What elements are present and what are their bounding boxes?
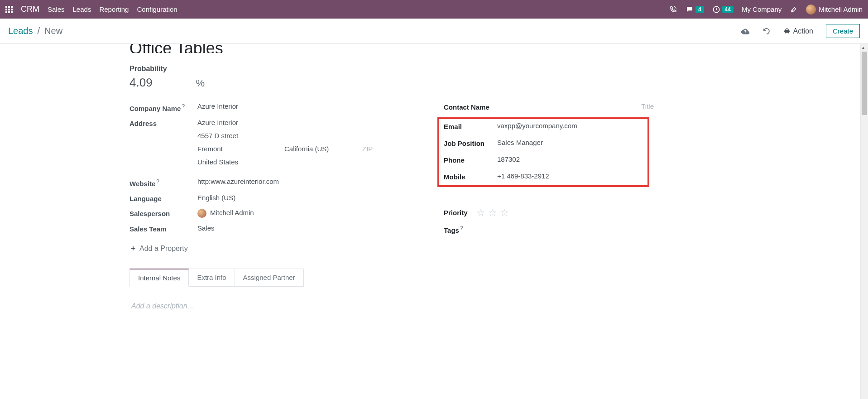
activities-icon[interactable]: 44: [712, 5, 734, 14]
nav-configuration[interactable]: Configuration: [137, 5, 177, 13]
messages-icon[interactable]: 4: [686, 5, 704, 14]
description-field[interactable]: Add a description...: [129, 302, 731, 310]
phone-field[interactable]: 187302: [497, 155, 643, 163]
address-street[interactable]: Azure Interior: [197, 119, 417, 126]
messages-badge: 4: [695, 6, 704, 13]
star-3[interactable]: ☆: [500, 208, 509, 218]
mobile-field[interactable]: +1 469-833-2912: [497, 172, 643, 180]
probability-label: Probability: [129, 65, 731, 73]
highlight-box: Email vaxpp@yourcompany.com Job Position…: [437, 117, 649, 187]
create-button[interactable]: Create: [826, 24, 860, 38]
priority-stars[interactable]: ☆ ☆ ☆: [476, 208, 509, 218]
company-switcher[interactable]: My Company: [742, 5, 782, 13]
save-cloud-icon[interactable]: [741, 27, 750, 36]
job-position-field[interactable]: Sales Manager: [497, 139, 643, 146]
scrollbar[interactable]: ▴: [860, 44, 868, 399]
breadcrumb-sep: /: [38, 26, 40, 36]
salesperson-label: Salesperson: [129, 209, 197, 217]
help-icon[interactable]: ?: [182, 103, 185, 110]
left-column: Company Name? Azure Interior Address Azu…: [129, 102, 417, 253]
action-menu[interactable]: Action: [783, 27, 813, 35]
percent-sign: %: [196, 77, 205, 89]
company-name-label: Company Name?: [129, 102, 197, 112]
language-label: Language: [129, 194, 197, 202]
address-label: Address: [129, 119, 197, 127]
address-street2[interactable]: 4557 D street: [197, 132, 417, 139]
probability-value[interactable]: 4.09: [129, 76, 153, 90]
nav-reporting[interactable]: Reporting: [99, 5, 129, 13]
tools-icon[interactable]: [790, 5, 798, 14]
breadcrumb-parent[interactable]: Leads: [8, 26, 33, 36]
plus-icon: ＋: [129, 244, 137, 253]
salesperson-avatar: [197, 209, 206, 218]
nav-sales[interactable]: Sales: [48, 5, 65, 13]
phone-icon[interactable]: [669, 5, 677, 14]
help-icon[interactable]: ?: [156, 178, 159, 185]
user-name: Mitchell Admin: [819, 5, 863, 13]
scroll-up-icon[interactable]: ▴: [862, 45, 864, 50]
help-icon[interactable]: ?: [460, 225, 463, 231]
tab-internal-notes[interactable]: Internal Notes: [129, 269, 189, 287]
sales-team-label: Sales Team: [129, 224, 197, 233]
address-zip[interactable]: ZIP: [362, 145, 373, 153]
address-city[interactable]: Fremont: [197, 145, 284, 153]
website-label: Website?: [129, 178, 197, 187]
app-brand[interactable]: CRM: [21, 5, 39, 14]
tabs: Internal Notes Extra Info Assigned Partn…: [129, 269, 731, 287]
phone-label: Phone: [444, 155, 497, 164]
job-position-label: Job Position: [444, 139, 497, 147]
breadcrumb: Leads / New: [8, 26, 62, 36]
action-label: Action: [793, 27, 813, 35]
sales-team-field[interactable]: Sales: [197, 224, 417, 232]
breadcrumb-bar: Leads / New Action Create: [0, 19, 868, 44]
add-property-button[interactable]: ＋ Add a Property: [129, 244, 417, 253]
star-1[interactable]: ☆: [476, 208, 485, 218]
form-content: Office Tables Probability 4.09 % Company…: [0, 44, 860, 399]
company-name-field[interactable]: Azure Interior: [197, 102, 417, 110]
tags-label: Tags?: [444, 224, 476, 234]
priority-label: Priority: [444, 208, 476, 216]
email-label: Email: [444, 122, 497, 130]
contact-name-label: Contact Name: [444, 102, 512, 111]
discard-icon[interactable]: [762, 27, 771, 35]
language-field[interactable]: English (US): [197, 194, 417, 202]
salesperson-field[interactable]: Mitchell Admin: [197, 209, 417, 218]
address-field[interactable]: Azure Interior 4557 D street Fremont Cal…: [197, 119, 417, 171]
address-country[interactable]: United States: [197, 158, 417, 166]
star-2[interactable]: ☆: [488, 208, 497, 218]
title-field[interactable]: Title: [641, 102, 654, 110]
lead-title[interactable]: Office Tables: [129, 44, 731, 53]
address-state[interactable]: California (US): [284, 145, 362, 153]
breadcrumb-actions: Action Create: [741, 24, 860, 38]
mobile-label: Mobile: [444, 172, 497, 181]
breadcrumb-current: New: [44, 26, 62, 36]
user-menu[interactable]: Mitchell Admin: [806, 5, 863, 14]
nav-leads[interactable]: Leads: [73, 5, 91, 13]
tab-assigned-partner[interactable]: Assigned Partner: [235, 269, 304, 287]
topbar: CRM Sales Leads Reporting Configuration …: [0, 0, 868, 19]
topbar-left: CRM Sales Leads Reporting Configuration: [5, 5, 177, 14]
scroll-thumb[interactable]: [862, 52, 867, 115]
right-column: Contact Name Title Email vaxpp@yourcompa…: [444, 102, 731, 253]
website-field[interactable]: http:www.azureinterior.com: [197, 178, 417, 185]
apps-icon[interactable]: [5, 6, 13, 13]
topbar-right: 4 44 My Company Mitchell Admin: [669, 5, 863, 14]
tab-extra-info[interactable]: Extra Info: [189, 269, 235, 287]
user-avatar: [806, 5, 816, 14]
activities-badge: 44: [722, 6, 734, 13]
email-field[interactable]: vaxpp@yourcompany.com: [497, 122, 643, 130]
